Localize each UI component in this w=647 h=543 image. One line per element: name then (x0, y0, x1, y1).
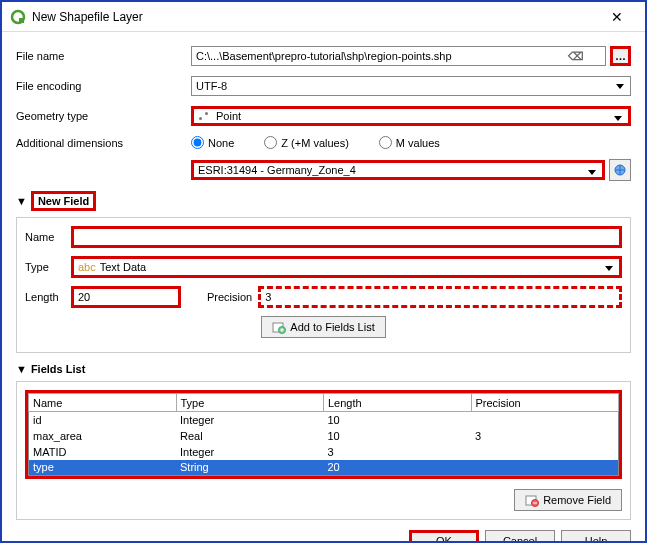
radio-none-input[interactable] (191, 136, 204, 149)
collapse-icon: ▼ (16, 363, 27, 375)
table-row[interactable]: max_areaReal103 (29, 428, 619, 444)
newfield-title: New Field (31, 191, 96, 211)
browse-file-button[interactable]: … (610, 46, 631, 66)
col-precision[interactable]: Precision (471, 394, 619, 412)
collapse-icon: ▼ (16, 195, 27, 207)
table-row[interactable]: typeString20 (29, 460, 619, 476)
newfield-type-value: Text Data (100, 261, 146, 273)
globe-icon (613, 163, 627, 177)
text-type-icon: abc (78, 261, 96, 273)
filename-input[interactable]: C:\...\Basement\prepro-tutorial\shp\regi… (191, 46, 606, 66)
encoding-value: UTF-8 (196, 80, 227, 92)
geometry-select[interactable]: Point (191, 106, 631, 126)
dimensions-label: Additional dimensions (16, 137, 191, 149)
newfield-type-select[interactable]: abc Text Data (71, 256, 622, 278)
title-bar: New Shapefile Layer ✕ (2, 2, 645, 32)
newfield-precision-label: Precision (207, 291, 252, 303)
encoding-select[interactable]: UTF-8 (191, 76, 631, 96)
point-geometry-icon (198, 109, 212, 123)
ok-button[interactable]: OK (409, 530, 479, 543)
geometry-value: Point (216, 110, 241, 122)
newfield-length-label: Length (25, 291, 65, 303)
geometry-label: Geometry type (16, 110, 191, 122)
newfield-header[interactable]: ▼ New Field (16, 191, 631, 211)
radio-m[interactable]: M values (379, 136, 440, 149)
qgis-logo-icon (10, 9, 26, 25)
col-name[interactable]: Name (29, 394, 177, 412)
crs-value: ESRI:31494 - Germany_Zone_4 (198, 164, 356, 176)
filename-value: C:\...\Basement\prepro-tutorial\shp\regi… (196, 50, 452, 62)
encoding-label: File encoding (16, 80, 191, 92)
col-length[interactable]: Length (324, 394, 472, 412)
remove-field-icon (525, 493, 539, 507)
svg-rect-1 (19, 18, 24, 23)
newfield-type-label: Type (25, 261, 65, 273)
radio-z[interactable]: Z (+M values) (264, 136, 349, 149)
newfield-name-label: Name (25, 231, 65, 243)
remove-field-button[interactable]: Remove Field (514, 489, 622, 511)
filename-label: File name (16, 50, 191, 62)
fieldslist-header[interactable]: ▼ Fields List (16, 363, 631, 375)
radio-m-input[interactable] (379, 136, 392, 149)
radio-none[interactable]: None (191, 136, 234, 149)
cancel-button[interactable]: Cancel (485, 530, 555, 543)
newfield-precision-input[interactable]: 3 (258, 286, 622, 308)
add-to-fields-button[interactable]: Add to Fields List (261, 316, 385, 338)
fields-table[interactable]: Name Type Length Precision idInteger10 m… (28, 393, 619, 476)
radio-z-input[interactable] (264, 136, 277, 149)
table-row[interactable]: MATIDInteger3 (29, 444, 619, 460)
crs-picker-button[interactable] (609, 159, 631, 181)
newfield-length-input[interactable]: 20 (71, 286, 181, 308)
fieldslist-title: Fields List (31, 363, 85, 375)
table-row[interactable]: idInteger10 (29, 412, 619, 428)
window-title: New Shapefile Layer (32, 10, 597, 24)
help-button[interactable]: Help (561, 530, 631, 543)
add-field-icon (272, 320, 286, 334)
col-type[interactable]: Type (176, 394, 324, 412)
crs-select[interactable]: ESRI:31494 - Germany_Zone_4 (191, 160, 605, 180)
clear-filename-icon[interactable]: ⌫ (569, 49, 583, 63)
newfield-name-input[interactable] (71, 226, 622, 248)
window-close-button[interactable]: ✕ (597, 2, 637, 31)
